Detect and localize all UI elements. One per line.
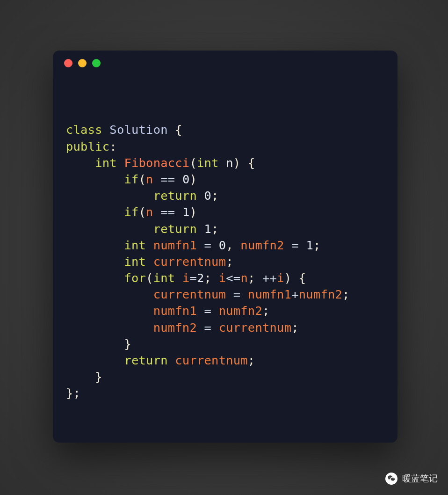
- brace-close: }: [95, 370, 102, 384]
- keyword-return: return: [124, 353, 167, 367]
- var-numfn2: numfn2: [240, 238, 284, 252]
- window-titlebar: [53, 51, 397, 76]
- keyword-return: return: [153, 222, 197, 236]
- paren-close: ): [233, 156, 241, 170]
- semicolon: ;: [211, 222, 219, 236]
- type-int: int: [95, 156, 117, 170]
- literal-0: 0: [219, 238, 226, 252]
- var-currentnum: currentnum: [219, 320, 292, 335]
- semicolon: ;: [211, 189, 219, 203]
- brace-close: }: [66, 386, 73, 400]
- var-numfn1: numfn1: [153, 304, 197, 318]
- op-assign: =: [204, 320, 212, 335]
- op-eq: ==: [160, 172, 175, 186]
- var-n: n: [146, 205, 153, 219]
- op-plus: +: [291, 287, 299, 301]
- literal-0: 0: [182, 172, 190, 186]
- type-int: int: [197, 156, 219, 170]
- var-i: i: [219, 271, 226, 285]
- var-numfn2: numfn2: [299, 287, 342, 301]
- paren-close: ): [284, 271, 292, 285]
- keyword-for: for: [124, 271, 146, 285]
- paren-open: (: [189, 156, 197, 170]
- literal-0: 0: [204, 189, 212, 203]
- semicolon: ;: [204, 271, 212, 285]
- semicolon: ;: [226, 255, 233, 269]
- paren-open: (: [139, 205, 146, 219]
- brace-open: {: [248, 156, 255, 170]
- code-window: class Solution { public: int Fibonacci(i…: [53, 51, 397, 443]
- paren-close: ): [189, 172, 197, 186]
- literal-1: 1: [204, 222, 212, 236]
- semicolon: ;: [313, 238, 321, 252]
- semicolon: ;: [248, 353, 255, 367]
- op-eq: ==: [160, 205, 175, 219]
- op-assign: =: [189, 271, 197, 285]
- maximize-icon[interactable]: [92, 59, 101, 67]
- param-n: n: [226, 156, 233, 170]
- literal-1: 1: [182, 205, 190, 219]
- comma: ,: [226, 238, 233, 252]
- keyword-if: if: [124, 205, 138, 219]
- paren-close: ): [189, 205, 197, 219]
- var-n: n: [240, 271, 248, 285]
- function-name: Fibonacci: [124, 156, 189, 170]
- op-assign: =: [291, 238, 299, 252]
- paren-open: (: [146, 271, 153, 285]
- var-currentnum: currentnum: [175, 353, 248, 367]
- keyword-if: if: [124, 172, 138, 186]
- brace-open: {: [175, 123, 182, 137]
- watermark: 暖蓝笔记: [385, 473, 438, 485]
- colon: :: [109, 139, 117, 153]
- literal-2: 2: [197, 271, 204, 285]
- semicolon: ;: [262, 304, 270, 318]
- brace-open: {: [299, 271, 306, 285]
- op-assign: =: [204, 238, 212, 252]
- op-assign: =: [204, 304, 212, 318]
- semicolon: ;: [291, 320, 299, 335]
- code-block: class Solution { public: int Fibonacci(i…: [53, 76, 397, 415]
- keyword-public: public: [66, 139, 109, 153]
- var-currentnum: currentnum: [153, 255, 226, 269]
- semicolon: ;: [73, 386, 81, 400]
- var-numfn1: numfn1: [248, 287, 291, 301]
- close-icon[interactable]: [64, 59, 72, 67]
- var-numfn1: numfn1: [153, 238, 197, 252]
- semicolon: ;: [342, 287, 350, 301]
- type-int: int: [124, 255, 146, 269]
- var-numfn2: numfn2: [219, 304, 262, 318]
- brace-close: }: [124, 337, 131, 351]
- op-assign: =: [233, 287, 241, 301]
- paren-open: (: [139, 172, 146, 186]
- var-i: i: [277, 271, 284, 285]
- op-le: <=: [226, 271, 240, 285]
- var-i: i: [182, 271, 190, 285]
- var-numfn2: numfn2: [153, 320, 197, 335]
- class-name: Solution: [109, 123, 167, 137]
- literal-1: 1: [306, 238, 313, 252]
- var-currentnum: currentnum: [153, 287, 226, 301]
- wechat-icon: [385, 473, 397, 485]
- semicolon: ;: [248, 271, 255, 285]
- type-int: int: [153, 271, 175, 285]
- minimize-icon[interactable]: [78, 59, 87, 67]
- watermark-text: 暖蓝笔记: [402, 473, 438, 485]
- op-inc: ++: [262, 271, 277, 285]
- keyword-return: return: [153, 189, 197, 203]
- var-n: n: [146, 172, 153, 186]
- keyword-class: class: [66, 123, 102, 137]
- type-int: int: [124, 238, 146, 252]
